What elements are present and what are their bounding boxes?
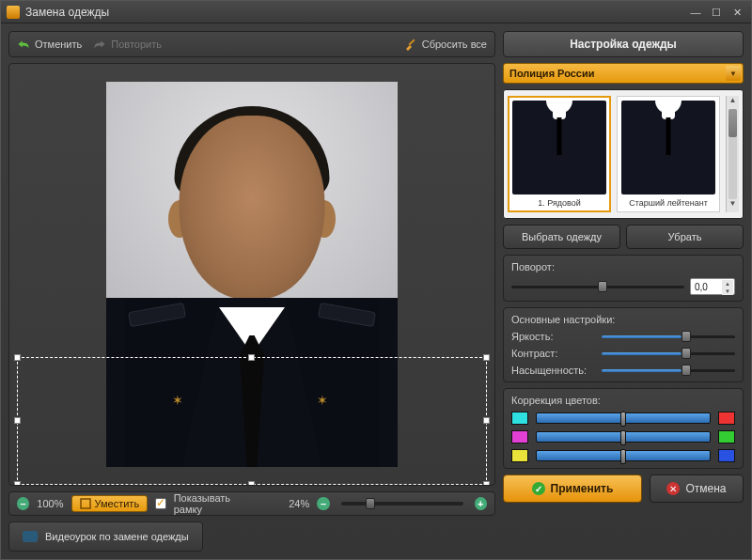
magenta-green-thumb[interactable] xyxy=(620,430,626,445)
panel-title: Настройка одежды xyxy=(503,31,744,57)
swatch-green xyxy=(718,430,735,443)
rotation-thumb[interactable] xyxy=(598,281,607,292)
redo-button[interactable]: Повторить xyxy=(93,39,162,50)
edit-toolbar: Отменить Повторить Сбросить все xyxy=(8,31,495,57)
gallery-scrollbar[interactable]: ▲ ▼ xyxy=(726,96,739,212)
cyan-red-slider[interactable] xyxy=(536,412,711,424)
handle-ml[interactable] xyxy=(14,417,21,424)
apply-button[interactable]: ✓ Применить xyxy=(503,474,642,503)
camera-icon xyxy=(23,531,38,542)
apply-label: Применить xyxy=(551,482,614,495)
window-title: Замена одежды xyxy=(25,6,683,19)
thumb-1[interactable]: 1. Рядовой xyxy=(508,96,611,212)
spin-up-icon[interactable]: ▲ xyxy=(722,280,733,288)
check-icon: ✓ xyxy=(532,482,545,495)
category-dropdown[interactable]: Полиция России ▼ xyxy=(503,63,744,84)
rotation-input[interactable]: 0,0 ▲▼ xyxy=(690,278,735,295)
app-icon xyxy=(7,6,20,19)
cancel-button[interactable]: ✕ Отмена xyxy=(650,474,744,503)
reset-all-label: Сбросить все xyxy=(422,39,487,50)
basic-label: Основные настройки: xyxy=(511,314,735,325)
brightness-thumb[interactable] xyxy=(682,331,691,342)
color-group: Коррекция цветов: xyxy=(503,388,744,469)
footer-buttons: ✓ Применить ✕ Отмена xyxy=(503,474,744,503)
scrollbar-thumb[interactable] xyxy=(728,109,737,137)
minimize-button[interactable]: — xyxy=(687,6,704,19)
zoom-right-pct: 24% xyxy=(289,498,309,509)
undo-icon xyxy=(17,39,30,49)
show-frame-label: Показывать рамку xyxy=(174,492,258,515)
titlebar: Замена одежды — ☐ ✕ xyxy=(1,1,751,23)
cancel-label: Отмена xyxy=(685,482,726,495)
canvas[interactable] xyxy=(8,63,495,486)
handle-tl[interactable] xyxy=(14,354,21,361)
remove-clothing-label: Убрать xyxy=(668,231,702,242)
choose-clothing-button[interactable]: Выбрать одежду xyxy=(503,225,620,249)
fit-icon xyxy=(80,498,91,509)
rotation-value: 0,0 xyxy=(695,282,708,292)
handle-tr[interactable] xyxy=(483,354,490,361)
undo-button[interactable]: Отменить xyxy=(17,39,82,50)
brightness-label: Яркость: xyxy=(511,331,596,342)
yellow-blue-thumb[interactable] xyxy=(620,449,626,464)
scroll-up-icon[interactable]: ▲ xyxy=(727,96,739,109)
basic-group: Основные настройки: Яркость: Контраст: Н… xyxy=(503,307,744,382)
svg-rect-0 xyxy=(408,39,415,45)
thumb-2[interactable]: Старший лейтенант xyxy=(617,96,720,212)
handle-bm[interactable] xyxy=(248,481,255,486)
swatch-yellow xyxy=(511,449,528,462)
magenta-green-slider[interactable] xyxy=(536,431,711,443)
zoom-out-button[interactable]: – xyxy=(317,497,329,510)
saturation-thumb[interactable] xyxy=(682,365,691,376)
swatch-magenta xyxy=(511,430,528,443)
zoom-left-pct: 100% xyxy=(37,498,63,509)
yellow-blue-slider[interactable] xyxy=(536,450,711,461)
contrast-label: Контраст: xyxy=(511,348,596,359)
category-value: Полиция России xyxy=(509,68,595,79)
thumb-1-image xyxy=(512,101,606,194)
zoom-out-left-button[interactable]: – xyxy=(17,497,29,510)
left-column: Отменить Повторить Сбросить все xyxy=(8,31,495,552)
zoom-bar: – 100% Уместить Показывать рамку 24% – + xyxy=(8,491,495,516)
zoom-slider-thumb[interactable] xyxy=(366,498,375,509)
rotation-label: Поворот: xyxy=(511,261,735,272)
saturation-slider[interactable] xyxy=(602,365,735,376)
video-lesson-label: Видеоурок по замене одежды xyxy=(45,531,189,542)
zoom-slider[interactable] xyxy=(341,502,463,506)
scroll-down-icon[interactable]: ▼ xyxy=(727,199,739,212)
thumb-2-image xyxy=(621,101,715,194)
fit-label: Уместить xyxy=(95,498,140,509)
right-panel: Настройка одежды Полиция России ▼ 1. Ряд… xyxy=(503,31,744,552)
handle-bl[interactable] xyxy=(14,481,21,486)
content: Отменить Повторить Сбросить все xyxy=(1,23,751,559)
close-icon: ✕ xyxy=(666,482,680,495)
color-corr-label: Коррекция цветов: xyxy=(511,395,735,406)
maximize-button[interactable]: ☐ xyxy=(708,6,725,19)
broom-icon xyxy=(404,38,417,51)
remove-clothing-button[interactable]: Убрать xyxy=(626,225,744,249)
close-button[interactable]: ✕ xyxy=(728,6,745,19)
rotation-slider[interactable] xyxy=(511,281,684,292)
zoom-in-button[interactable]: + xyxy=(475,497,487,510)
brightness-slider[interactable] xyxy=(602,331,735,342)
reset-all-button[interactable]: Сбросить все xyxy=(404,38,487,51)
thumb-1-caption: 1. Рядовой xyxy=(538,198,581,208)
handle-tm[interactable] xyxy=(248,354,255,361)
contrast-thumb[interactable] xyxy=(682,348,691,359)
swatch-blue xyxy=(718,449,735,462)
redo-icon xyxy=(93,39,106,49)
handle-br[interactable] xyxy=(483,481,490,486)
contrast-slider[interactable] xyxy=(602,348,735,359)
saturation-label: Насыщенность: xyxy=(511,365,596,376)
handle-mr[interactable] xyxy=(483,417,490,424)
rotation-group: Поворот: 0,0 ▲▼ xyxy=(503,255,744,302)
show-frame-checkbox[interactable] xyxy=(155,498,166,509)
fit-button[interactable]: Уместить xyxy=(71,495,149,512)
selection-frame[interactable] xyxy=(17,357,487,485)
spin-down-icon[interactable]: ▼ xyxy=(722,288,733,295)
redo-label: Повторить xyxy=(111,39,162,50)
clothing-gallery: 1. Рядовой Старший лейтенант ▲ ▼ xyxy=(503,89,744,219)
swatch-red xyxy=(718,412,735,425)
video-lesson-button[interactable]: Видеоурок по замене одежды xyxy=(8,521,203,552)
cyan-red-thumb[interactable] xyxy=(620,412,626,427)
